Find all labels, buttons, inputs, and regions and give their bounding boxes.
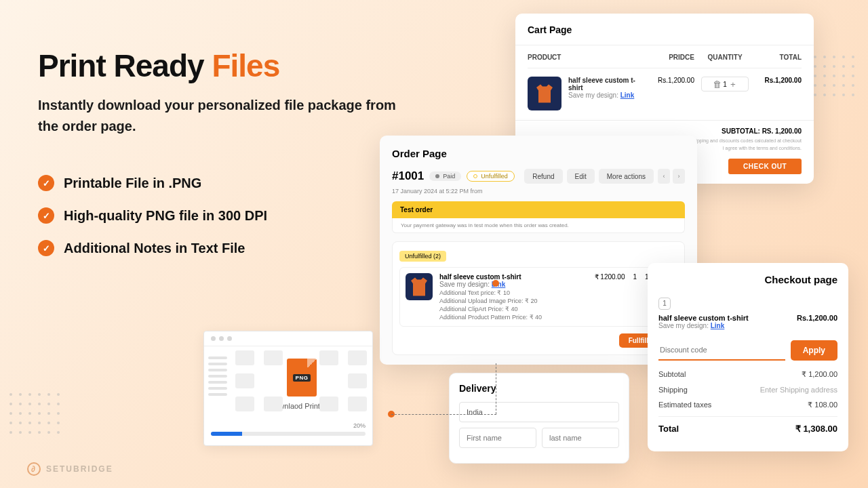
firstname-input[interactable] (459, 428, 536, 448)
item-name: half sleeve custom t-shirt (568, 77, 647, 92)
progress-pct: 20% (204, 421, 372, 429)
item-total: Rs.1,200.00 (755, 77, 802, 84)
design-link[interactable]: Link (620, 92, 635, 99)
product-thumb (406, 273, 433, 300)
checkout-title: Checkout page (658, 274, 837, 285)
order-id: #1001 (392, 169, 424, 183)
cart-title: Cart Page (528, 24, 802, 35)
item-name: half sleeve custom t-shirt (658, 314, 749, 322)
discount-input[interactable] (658, 340, 785, 361)
col-price: PRIDCE (654, 54, 694, 61)
trash-icon[interactable]: 🗑 (711, 79, 723, 89)
subtotal-label: SUBTOTAL: (722, 127, 762, 135)
test-banner: Test order (392, 201, 685, 218)
item-price: Rs.1,200.00 (797, 314, 837, 322)
col-qty: QUANTITY (701, 54, 749, 61)
item-name: half sleeve custom t-shirt (439, 273, 580, 281)
order-title: Order Page (392, 148, 685, 159)
next-icon[interactable]: › (673, 169, 685, 184)
addon-line: Additional Upload Image Price: ₹ 20 (439, 298, 580, 304)
png-file-icon: PNG (287, 359, 317, 396)
addon-line: Additional Product Pattern Price: ₹ 40 (439, 314, 580, 321)
country-input[interactable] (459, 402, 619, 422)
progress-bar (211, 432, 366, 436)
window-chrome (204, 331, 372, 346)
bullet-text: Additional Notes in Text File (64, 241, 245, 256)
test-banner-note: Your payment gateway was in test mode wh… (392, 218, 685, 233)
qty-stepper[interactable]: 🗑 1 + (701, 77, 749, 92)
plus-icon[interactable]: + (727, 79, 739, 89)
cart-item-row: half sleeve custom t-shirt Save my desig… (528, 68, 802, 110)
addon-line: Additional ClipArt Price: ₹ 40 (439, 306, 580, 312)
order-date: 17 January 2024 at 5:22 PM from (392, 188, 685, 195)
bullet-text: High-quality PNG file in 300 DPI (64, 208, 267, 224)
headline: Print Ready Files (38, 47, 279, 84)
checkout-card: Checkout page 1 half sleeve custom t-shi… (648, 263, 848, 451)
bullet-text: Printable File in .PNG (64, 176, 201, 191)
subtitle: Instantly download your personalized fil… (38, 95, 404, 137)
delivery-title: Delivery (459, 383, 619, 394)
save-label: Save my design: (568, 92, 620, 99)
more-actions-button[interactable]: More actions (599, 169, 654, 184)
brand-logon-icon: ∂ (27, 462, 41, 476)
check-icon: ✓ (38, 240, 54, 256)
subtotal-value: RS. 1,200.00 (762, 127, 802, 135)
addon-line: Additional Text price: ₹ 10 (439, 289, 580, 296)
brand: ∂ SETUBRIDGE (27, 462, 113, 476)
download-label: Downlaod Print File (238, 402, 366, 410)
unfulfilled-badge: Unfulfilled (2) (399, 251, 446, 262)
download-widget: PNG Downlaod Print File 20% (203, 331, 373, 446)
col-total: TOTAL (755, 54, 802, 61)
apply-button[interactable]: Apply (791, 340, 837, 361)
order-line-item: half sleeve custom t-shirt Save my desig… (399, 267, 677, 327)
check-icon: ✓ (38, 207, 54, 224)
col-product: PRODUCT (528, 54, 647, 61)
prev-icon[interactable]: ‹ (658, 169, 670, 184)
refund-button[interactable]: Refund (524, 169, 562, 184)
unfulfilled-pill: Unfulfilled (467, 171, 515, 182)
line-qty: 1 (658, 298, 671, 310)
feature-bullets: ✓Printable File in .PNG ✓High-quality PN… (38, 175, 267, 272)
checkout-button[interactable]: CHECK OUT (728, 159, 802, 174)
design-link[interactable]: Link (711, 322, 725, 329)
lastname-input[interactable] (542, 428, 619, 448)
edit-button[interactable]: Edit (567, 169, 595, 184)
check-icon: ✓ (38, 175, 54, 191)
delivery-card: Delivery (449, 373, 629, 464)
paid-pill: Paid (429, 171, 461, 181)
item-price: Rs.1,200.00 (654, 77, 694, 84)
product-thumb (528, 77, 561, 110)
